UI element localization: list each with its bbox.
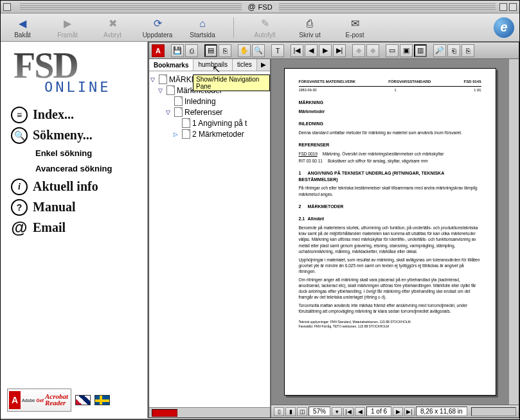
- adobe-logo-icon[interactable]: A: [152, 44, 165, 57]
- page-layout-cont-icon[interactable]: ▮: [285, 407, 296, 416]
- nav-simple-search[interactable]: Enkel sökning: [35, 148, 137, 159]
- acrobat-badge[interactable]: A Adobe Get Acrobat Reader: [7, 389, 71, 412]
- tree-toggle-icon[interactable]: ▽: [150, 76, 157, 83]
- back-button[interactable]: ◀ Bakåt: [6, 17, 39, 39]
- next-page-sb-icon[interactable]: ▶: [393, 407, 403, 416]
- autofill-button[interactable]: ✎ Autofyll: [248, 17, 282, 39]
- fit-width-icon[interactable]: ▥: [414, 44, 427, 57]
- doc-ref-text: Märkning. Översikt över märkningsbestämm…: [323, 151, 444, 157]
- tab-bookmarks[interactable]: Bookmarks: [149, 59, 193, 71]
- zoom-field[interactable]: 57%: [309, 407, 330, 416]
- bookmark-page-icon: [174, 96, 183, 106]
- doc-pageno: 1 (6): [474, 88, 481, 93]
- nav-advanced-search[interactable]: Avancerad sökning: [35, 163, 137, 175]
- find-icon[interactable]: 🔎: [433, 44, 446, 57]
- window-collapse-box[interactable]: [509, 3, 517, 11]
- refresh-label: Uppdatera: [143, 31, 173, 39]
- doc-s21-p2: Upphöjningar i materialet, som resultat …: [299, 257, 481, 274]
- flag-uk-icon[interactable]: [75, 395, 91, 405]
- doc-s21-p3: Om ritningen anger att märkning skall va…: [299, 277, 481, 300]
- doc-ref-text: Bokstäver och siffror för anslag, skylta…: [328, 158, 428, 164]
- page-field[interactable]: 1 of 6: [366, 407, 391, 416]
- history-fwd-icon[interactable]: ◆: [366, 44, 379, 57]
- window-close-box[interactable]: [3, 3, 11, 11]
- stop-button[interactable]: ✖ Avbryt: [96, 17, 129, 39]
- bookmark-item[interactable]: 1 Angivning på t: [150, 118, 269, 128]
- nav-tabs: Bookmarks humbnails ticles ▶: [149, 59, 270, 71]
- tree-toggle-icon[interactable]: ▽: [158, 87, 165, 94]
- refresh-button[interactable]: ⟳ Uppdatera: [141, 17, 174, 39]
- prev-page-sb-icon[interactable]: ◀: [355, 407, 365, 416]
- save-icon[interactable]: 💾: [171, 44, 184, 57]
- mail-button[interactable]: ✉ E-post: [338, 17, 372, 39]
- page-size-field: 8,26 x 11,68 in: [416, 407, 467, 416]
- actual-size-icon[interactable]: ▭: [386, 44, 399, 57]
- vertical-scrollbar[interactable]: [508, 59, 519, 405]
- doc-h-inledning: INLEDNING: [299, 121, 481, 127]
- stop-label: Avbryt: [103, 31, 121, 39]
- flag-sweden-icon[interactable]: [94, 395, 110, 405]
- next-page-icon[interactable]: ▶: [319, 44, 332, 57]
- sec-num: 2: [299, 204, 308, 210]
- bookmark-item[interactable]: Inledning: [150, 96, 269, 107]
- doc-section-1: 1ANGIVNING PÅ TEKNISKT UNDERLAG (RITNING…: [299, 170, 481, 183]
- window-zoom-box[interactable]: [499, 3, 507, 11]
- refresh-icon: ⟳: [150, 17, 165, 31]
- first-page-sb-icon[interactable]: |◀: [343, 407, 354, 416]
- search-results-icon[interactable]: ⎘: [462, 44, 474, 57]
- doc-subtitle: Märkmetoder: [299, 109, 481, 114]
- nav-aktuell[interactable]: i Aktuell info: [11, 179, 137, 195]
- page-layout-icon[interactable]: ▯: [274, 407, 284, 416]
- adobe-a-icon: A: [9, 391, 21, 409]
- print-button[interactable]: ⎙ Skriv ut: [293, 17, 327, 39]
- horizontal-scrollbar[interactable]: [471, 407, 516, 416]
- nav-search-label: Sökmeny...: [33, 128, 93, 143]
- nav-search[interactable]: 🔍 Sökmeny...: [11, 127, 137, 144]
- email-icon: @: [11, 220, 28, 236]
- doc-title: MÄRKNING: [299, 100, 481, 106]
- print-icon[interactable]: ⎙: [185, 44, 198, 57]
- sidebar-bottom: A Adobe Get Acrobat Reader: [4, 386, 143, 414]
- bookmark-item[interactable]: ▽ Referenser: [150, 107, 269, 118]
- hand-tool-icon[interactable]: ✋: [238, 44, 251, 57]
- nav-pane-bottom: [149, 407, 270, 417]
- tree-toggle-icon[interactable]: ▷: [174, 131, 180, 137]
- fit-page-icon[interactable]: ▣: [400, 44, 413, 57]
- nav-index[interactable]: ≡ Index...: [11, 107, 137, 123]
- last-page-icon[interactable]: ▶|: [333, 44, 346, 57]
- fsd-logo-main: FSD: [13, 51, 134, 82]
- home-button[interactable]: ⌂ Startsida: [186, 17, 219, 39]
- tree-toggle-icon[interactable]: ▽: [166, 109, 172, 116]
- nav-manual[interactable]: ? Manual: [11, 199, 137, 216]
- tab-scroll-icon[interactable]: ▶: [257, 59, 270, 71]
- nav-index-label: Index...: [33, 107, 74, 122]
- prev-page-icon[interactable]: ◀: [305, 44, 318, 57]
- nav-resize-handle[interactable]: [152, 409, 177, 417]
- bookmark-page-icon: [182, 118, 190, 128]
- adobe-text: Adobe: [22, 398, 35, 403]
- index-icon: ≡: [11, 107, 28, 123]
- forward-button[interactable]: ▶ Framåt: [51, 17, 84, 39]
- document-scroll-area[interactable]: FÖRSVARETS MATERIELVERK FÖRSVARSSTANDARD…: [271, 59, 508, 405]
- nav-email[interactable]: @ Email: [11, 220, 137, 236]
- zoom-tool-icon[interactable]: 🔍: [252, 44, 265, 57]
- text-select-icon[interactable]: T: [271, 44, 284, 57]
- first-page-icon[interactable]: |◀: [291, 44, 303, 57]
- doc-section-2: 2MÄRKMETODER: [299, 204, 481, 210]
- acrobat-toolbar: A 💾 ⎙ ▤ ⎘ ✋ 🔍 T |◀ ◀ ▶ ▶| ◆ ◆ ▭ ▣ ▥ 🔎: [149, 42, 519, 59]
- pdf-page: FÖRSVARETS MATERIELVERK FÖRSVARSSTANDARD…: [284, 68, 496, 396]
- tab-articles[interactable]: ticles: [233, 59, 257, 71]
- doc-section-2-1: 2.1Allmänt: [299, 216, 481, 222]
- zoom-menu-icon[interactable]: ▾: [332, 407, 342, 416]
- tab-thumbnails[interactable]: humbnails: [193, 59, 233, 71]
- help-icon: ?: [11, 199, 28, 216]
- copy-icon[interactable]: ⎘: [219, 44, 231, 57]
- bookmark-tree: ▽ MÄRKNIN ▽ Märkmetoder Inledning: [149, 71, 270, 407]
- page-layout-facing-icon[interactable]: ◫: [297, 407, 307, 416]
- search-icon[interactable]: ⎗: [447, 44, 460, 57]
- document-pane: FÖRSVARETS MATERIELVERK FÖRSVARSSTANDARD…: [271, 59, 519, 417]
- bookmark-item[interactable]: ▷ 2 Märkmetoder: [150, 128, 269, 139]
- nav-pane-toggle-icon[interactable]: ▤: [204, 44, 217, 57]
- history-back-icon[interactable]: ◆: [352, 44, 365, 57]
- last-page-sb-icon[interactable]: ▶|: [404, 407, 415, 416]
